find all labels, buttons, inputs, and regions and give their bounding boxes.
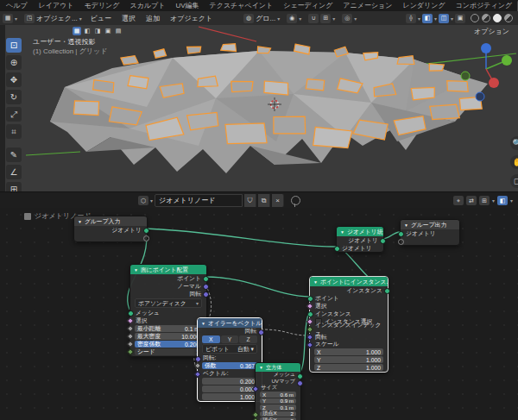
fake-user-shield-icon[interactable]: ⛉ bbox=[244, 194, 256, 207]
transform-tool[interactable]: ⌗ bbox=[6, 124, 22, 139]
socket-points-out[interactable] bbox=[203, 276, 209, 282]
socket-pick-instance-in[interactable] bbox=[306, 318, 313, 325]
pan-hand-icon[interactable]: ✋ bbox=[510, 155, 518, 169]
viewport-3d[interactable]: ▦ ◧ ◨ ▣ ▤ オプション ユーザー・透視投影 (1) Collection… bbox=[0, 25, 518, 191]
node-tree-name-field[interactable]: ジオメトリノード bbox=[155, 194, 243, 207]
tab-shading[interactable]: シェーディング bbox=[278, 0, 338, 11]
node-tree-browse-icon[interactable]: ⬡ bbox=[138, 196, 148, 205]
node-editor-canvas[interactable]: ジオメトリノード ▼グループ入力 ジオメトリ ▼ジオメトリ統合 ジオメトリ bbox=[0, 208, 518, 420]
select-menu[interactable]: 選択 bbox=[117, 14, 140, 23]
measure-tool[interactable]: ∠ bbox=[6, 165, 22, 179]
tab-uv-edit[interactable]: UV編集 bbox=[170, 0, 204, 11]
socket-instance-index-in[interactable] bbox=[306, 326, 313, 333]
rendered-shading-button[interactable] bbox=[504, 14, 513, 22]
help-menu[interactable]: ヘルプ bbox=[0, 1, 34, 10]
mode-icon-3[interactable]: ◨ bbox=[93, 27, 102, 35]
socket-virtual[interactable] bbox=[398, 239, 404, 245]
overlays-icon[interactable]: ◧ bbox=[422, 14, 433, 23]
wireframe-shading-button[interactable] bbox=[471, 14, 479, 22]
density-max-field[interactable]: 最大密度10.000 bbox=[135, 333, 202, 340]
node-group-input[interactable]: ▼グループ入力 ジオメトリ bbox=[73, 216, 148, 242]
tab-texture-paint[interactable]: テクスチャペイント bbox=[205, 0, 279, 11]
socket-virtual[interactable] bbox=[143, 235, 149, 241]
axis-z-button[interactable]: Z bbox=[239, 335, 257, 343]
xray-icon[interactable]: ◫ bbox=[439, 14, 449, 23]
rotate-tool[interactable]: ↻ bbox=[6, 90, 22, 104]
object-menu[interactable]: オブジェクト bbox=[166, 14, 217, 23]
options-button[interactable]: オプション bbox=[474, 27, 509, 36]
scale-x-field[interactable]: X1.000 bbox=[314, 348, 383, 355]
add-menu[interactable]: 追加 bbox=[142, 14, 164, 23]
distance-min-field[interactable]: 最小距離0.1 m bbox=[135, 325, 202, 332]
socket-rotation-in[interactable] bbox=[195, 356, 201, 362]
socket-instance-in[interactable] bbox=[307, 311, 313, 317]
annotate-tool[interactable]: ✎ bbox=[6, 147, 22, 162]
node-overlays-icon[interactable]: ◧ bbox=[497, 196, 508, 205]
tab-sculpt[interactable]: スカルプト bbox=[124, 0, 170, 11]
distribute-method-dropdown[interactable]: ポアソンディスク▾ bbox=[135, 298, 202, 308]
show-gizmo-icon[interactable]: ⟠ bbox=[406, 14, 416, 23]
duplicate-datablock-icon[interactable]: ⧉ bbox=[258, 194, 270, 207]
vector-z-field[interactable]: 1.000 bbox=[202, 393, 257, 400]
node-join-geometry[interactable]: ▼ジオメトリ統合 ジオメトリ ジオメトリ bbox=[336, 226, 384, 253]
node-instance-on-points[interactable]: ▼ポイントにインスタンス.. インスタンス ポイント 選択 インスタンス インス… bbox=[309, 276, 388, 373]
proportional-edit[interactable]: ◎▾ bbox=[339, 14, 359, 23]
factor-slider[interactable]: 係数0.367 bbox=[202, 362, 257, 369]
socket-geometry-out[interactable] bbox=[380, 238, 386, 244]
socket-geometry-out[interactable] bbox=[143, 228, 149, 234]
scale-y-field[interactable]: Y1.000 bbox=[314, 356, 383, 363]
tab-rendering[interactable]: レンダリング bbox=[397, 0, 450, 11]
scale-z-field[interactable]: Z1.000 bbox=[314, 364, 383, 371]
shading-dropdown-icon[interactable]: ▣ bbox=[455, 14, 465, 23]
add-cube-tool[interactable]: ⊞ bbox=[6, 182, 22, 191]
socket-selection-in[interactable] bbox=[306, 303, 313, 310]
density-factor-field[interactable]: 密度係数0.200 bbox=[135, 341, 202, 348]
cursor-tool[interactable]: ⊕ bbox=[6, 55, 22, 70]
pivot-dropdown[interactable]: ◉▾ bbox=[284, 14, 304, 23]
socket-scale-in[interactable] bbox=[306, 342, 313, 348]
pivot-dropdown[interactable]: ピボット 自動 ▾ bbox=[202, 344, 257, 354]
seed-field[interactable]: シード1 bbox=[135, 348, 202, 355]
tab-modeling[interactable]: モデリング bbox=[79, 0, 125, 11]
size-x-field[interactable]: X0.6 m bbox=[260, 392, 296, 398]
vector-y-field[interactable]: 0.000 bbox=[202, 386, 257, 392]
solid-shading-button[interactable] bbox=[482, 14, 490, 22]
socket-points-in[interactable] bbox=[307, 296, 313, 302]
socket-rotation-out[interactable] bbox=[258, 329, 264, 335]
mode-icon-2[interactable]: ◧ bbox=[83, 27, 92, 35]
editor-options-icon[interactable]: ⊞ bbox=[479, 196, 490, 205]
size-y-field[interactable]: Y0.9 m bbox=[260, 398, 296, 404]
socket-selection-in[interactable] bbox=[127, 317, 134, 324]
socket-rotation-in[interactable] bbox=[306, 334, 313, 341]
axis-y-button[interactable]: Y bbox=[221, 335, 239, 343]
socket-geometry-in[interactable] bbox=[398, 231, 404, 237]
unlink-x-icon[interactable]: × bbox=[272, 194, 284, 207]
orientation-dropdown[interactable]: ◍ グロ...▾ bbox=[241, 14, 282, 23]
socket-rotation-out[interactable] bbox=[203, 291, 209, 298]
select-box-tool[interactable]: ⊡ bbox=[6, 38, 22, 53]
editor-type-icon[interactable]: ▦ bbox=[3, 14, 13, 23]
socket-instances-out[interactable] bbox=[384, 288, 390, 294]
move-tool[interactable]: ✥ bbox=[6, 72, 22, 87]
snap-toggle[interactable]: ∪ ⊞▾ bbox=[306, 14, 338, 23]
mode-icon-1[interactable]: ▦ bbox=[73, 27, 81, 35]
mode-dropdown[interactable]: ◳ オブジェク...▾ bbox=[22, 14, 85, 23]
overlay-toggle-icon[interactable]: ⇄ bbox=[466, 196, 477, 205]
axis-x-button[interactable]: X bbox=[202, 335, 220, 343]
node-distribute-points-on-faces[interactable]: ▼面にポイント配置 ポイント ノーマル 回転 ポアソンディスク▾ メッシュ 選択… bbox=[130, 264, 207, 357]
camera-view-icon[interactable]: ▢ bbox=[510, 174, 518, 188]
tab-compositing[interactable]: コンポジティング bbox=[451, 0, 518, 11]
scale-tool[interactable]: ⤢ bbox=[6, 107, 22, 122]
socket-geometry-in[interactable] bbox=[334, 246, 340, 252]
view-menu[interactable]: ビュー bbox=[86, 14, 116, 23]
node-group-output[interactable]: ▼グループ出力 ジオメトリ bbox=[400, 219, 460, 246]
mode-icon-5[interactable]: ▤ bbox=[114, 27, 123, 35]
socket-normal-out[interactable] bbox=[203, 284, 209, 290]
socket-mesh-in[interactable] bbox=[128, 310, 134, 317]
pin-icon[interactable] bbox=[291, 196, 300, 205]
node-cube[interactable]: ▼立方体 メッシュ UVマップ サイズ X0.6 m Y0.9 m Z0.1 m… bbox=[255, 362, 301, 420]
mode-icon-4[interactable]: ▣ bbox=[104, 27, 112, 35]
tab-animation[interactable]: アニメーション bbox=[338, 0, 397, 11]
tab-layout[interactable]: レイアウト bbox=[34, 0, 79, 11]
snapping-icon[interactable]: ⌖ bbox=[453, 196, 464, 205]
